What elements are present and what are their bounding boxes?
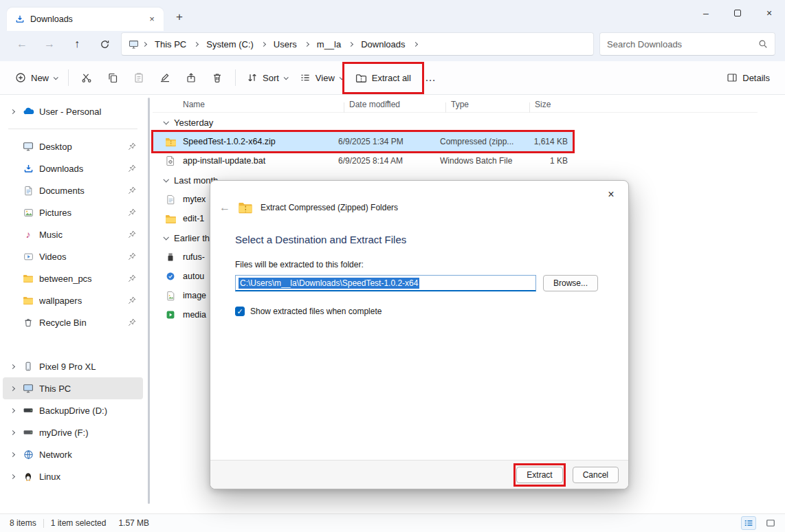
downloads-icon bbox=[15, 14, 25, 24]
sidebar-item-wallpapers[interactable]: wallpapers bbox=[3, 289, 143, 311]
chevron-right-icon bbox=[10, 452, 15, 456]
column-header-size[interactable]: Size bbox=[529, 100, 573, 109]
sidebar-item-music[interactable]: ♪ Music bbox=[3, 223, 143, 245]
usb-tool-icon bbox=[164, 252, 177, 262]
column-header-date-modified[interactable]: Date modified bbox=[344, 100, 445, 109]
forward-button[interactable]: → bbox=[38, 33, 60, 55]
pin-icon bbox=[126, 186, 137, 195]
up-button[interactable]: ↑ bbox=[66, 33, 88, 55]
new-button[interactable]: New bbox=[10, 68, 63, 87]
view-button[interactable]: View bbox=[294, 68, 349, 87]
breadcrumb[interactable]: This PC System (C:) Users m__la Download… bbox=[121, 32, 594, 56]
file-row-bat[interactable]: app-install-update.bat 6/9/2025 8:14 AM … bbox=[153, 151, 573, 170]
extract-button[interactable]: Extract bbox=[516, 467, 562, 483]
sidebar-item-linux[interactable]: Linux bbox=[3, 465, 143, 487]
chevron-right-icon bbox=[10, 430, 15, 434]
sort-button[interactable]: Sort bbox=[241, 68, 293, 87]
sidebar-item-this-pc[interactable]: This PC bbox=[3, 377, 143, 399]
details-view-toggle[interactable] bbox=[741, 516, 756, 530]
search-input[interactable] bbox=[607, 39, 753, 49]
sidebar-divider bbox=[8, 129, 137, 129]
column-header-name[interactable]: Name bbox=[153, 100, 344, 109]
items-count: 8 items bbox=[10, 518, 36, 528]
chevron-right-icon bbox=[142, 41, 147, 46]
breadcrumb-item[interactable]: This PC bbox=[151, 37, 190, 52]
dialog-footer: Extract Cancel bbox=[210, 460, 628, 489]
sidebar-item-backupdrive[interactable]: BackupDrive (D:) bbox=[3, 399, 143, 421]
copy-icon[interactable] bbox=[100, 67, 125, 89]
search-box[interactable] bbox=[599, 32, 775, 56]
sidebar-item-onedrive[interactable]: User - Personal bbox=[3, 100, 143, 122]
tab-close-icon[interactable]: × bbox=[146, 13, 158, 25]
folder-icon bbox=[164, 213, 177, 225]
sidebar-item-desktop[interactable]: Desktop bbox=[3, 135, 143, 157]
cancel-button[interactable]: Cancel bbox=[573, 467, 619, 483]
thumbnail-view-toggle[interactable] bbox=[763, 516, 778, 530]
destination-path-input[interactable]: C:\Users\m__la\Downloads\SpeedTest-1.0.2… bbox=[235, 275, 536, 291]
navigation-pane: User - Personal Desktop Downloads bbox=[0, 95, 146, 513]
details-pane-button[interactable]: Details bbox=[721, 68, 775, 87]
chevron-right-icon bbox=[194, 41, 199, 46]
maximize-button[interactable] bbox=[722, 0, 753, 26]
show-files-checkbox[interactable]: ✓ bbox=[235, 307, 245, 316]
dialog-heading: Select a Destination and Extract Files bbox=[235, 234, 601, 245]
sidebar-item-mydrive[interactable]: myDrive (F:) bbox=[3, 421, 143, 443]
breadcrumb-item[interactable]: Users bbox=[269, 37, 301, 52]
sidebar-item-network[interactable]: Network bbox=[3, 443, 143, 465]
more-button[interactable]: … bbox=[418, 71, 443, 84]
delete-icon[interactable] bbox=[205, 67, 230, 89]
pin-icon bbox=[126, 252, 137, 261]
selection-count: 1 item selected bbox=[51, 518, 107, 528]
sort-icon bbox=[247, 72, 258, 83]
sidebar-item-recycle-bin[interactable]: Recycle Bin bbox=[3, 311, 143, 333]
pin-icon bbox=[126, 164, 137, 173]
sidebar-item-between-pcs[interactable]: between_pcs bbox=[3, 267, 143, 289]
pin-icon bbox=[126, 274, 137, 282]
pictures-icon bbox=[22, 206, 34, 219]
cut-icon[interactable] bbox=[74, 67, 99, 89]
minimize-button[interactable]: – bbox=[690, 0, 722, 26]
network-icon bbox=[22, 448, 34, 461]
file-row-speedtest-zip[interactable]: SpeedTest-1.0.2-x64.zip 6/9/2025 1:34 PM… bbox=[153, 132, 573, 151]
dialog-back-icon[interactable]: ← bbox=[219, 201, 230, 214]
downloads-icon bbox=[22, 162, 34, 175]
command-toolbar: New Sort bbox=[0, 61, 785, 95]
chevron-right-icon bbox=[305, 41, 309, 46]
dialog-title: Extract Compressed (Zipped) Folders bbox=[261, 203, 398, 212]
back-button[interactable]: ← bbox=[11, 33, 33, 55]
batch-file-icon bbox=[164, 155, 177, 166]
breadcrumb-item[interactable]: System (C:) bbox=[202, 37, 258, 52]
refresh-button[interactable] bbox=[93, 33, 115, 55]
selected-path-text: C:\Users\m__la\Downloads\SpeedTest-1.0.2… bbox=[239, 278, 419, 289]
paste-icon[interactable] bbox=[126, 67, 151, 89]
sidebar-item-downloads[interactable]: Downloads bbox=[3, 157, 143, 179]
details-pane-icon bbox=[727, 72, 738, 83]
breadcrumb-item[interactable]: m__la bbox=[313, 37, 345, 52]
sidebar-item-videos[interactable]: Videos bbox=[3, 245, 143, 267]
drive-icon bbox=[22, 404, 34, 417]
sidebar-scrollbar[interactable] bbox=[146, 95, 153, 513]
music-icon: ♪ bbox=[22, 228, 34, 241]
group-header-yesterday[interactable]: Yesterday bbox=[153, 113, 785, 132]
column-header-type[interactable]: Type bbox=[445, 100, 529, 109]
dialog-close-icon[interactable]: × bbox=[601, 186, 621, 203]
new-button-label: New bbox=[31, 73, 49, 83]
new-tab-button[interactable]: + bbox=[169, 8, 190, 28]
selection-size: 1.57 MB bbox=[118, 518, 149, 528]
chevron-right-icon bbox=[10, 408, 15, 412]
extract-dialog: × ← Extract Compressed (Zipped) Folders … bbox=[210, 180, 629, 489]
share-icon[interactable] bbox=[179, 67, 203, 89]
tab-downloads[interactable]: Downloads × bbox=[7, 8, 164, 31]
close-button[interactable]: × bbox=[753, 0, 785, 26]
browse-button[interactable]: Browse... bbox=[543, 275, 598, 291]
chevron-right-icon bbox=[261, 41, 266, 46]
phone-icon bbox=[22, 360, 34, 373]
breadcrumb-item[interactable]: Downloads bbox=[357, 37, 409, 52]
chevron-down-icon bbox=[54, 75, 58, 80]
sidebar-item-pictures[interactable]: Pictures bbox=[3, 201, 143, 223]
sidebar-item-pixel-phone[interactable]: Pixel 9 Pro XL bbox=[3, 355, 143, 377]
rename-icon[interactable] bbox=[153, 67, 177, 89]
sidebar-item-documents[interactable]: Documents bbox=[3, 179, 143, 201]
extract-all-button[interactable]: Extract all bbox=[350, 68, 417, 88]
titlebar: Downloads × + – × bbox=[0, 0, 785, 31]
